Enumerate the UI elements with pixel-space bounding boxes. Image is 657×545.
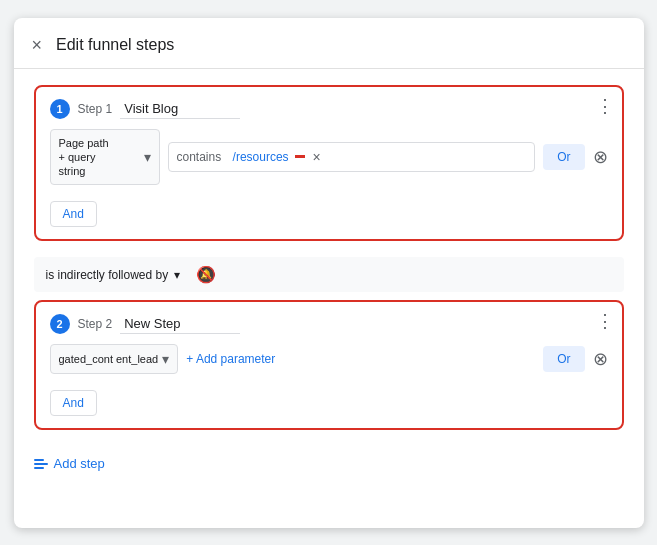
step2-name-input[interactable]	[120, 314, 240, 334]
edit-funnel-dialog: × Edit funnel steps 1 Step 1 Page path +…	[14, 18, 644, 528]
connector-icon: 🔕	[196, 265, 216, 284]
step2-label: Step 2	[78, 317, 113, 331]
add-step-row: Add step	[34, 450, 624, 477]
step1-remove-row-button[interactable]: ⊗	[593, 146, 608, 168]
step1-number: 1	[50, 99, 70, 119]
step1-value: /resources	[233, 150, 289, 164]
step1-condition-value: contains /resources ×	[168, 142, 536, 172]
step1-name-input[interactable]	[120, 99, 240, 119]
step1-and-button[interactable]: And	[50, 201, 97, 227]
step2-param-select[interactable]: gated_cont ent_lead ▾	[50, 344, 179, 374]
step2-and-container: And	[50, 382, 608, 416]
step1-label: Step 1	[78, 102, 113, 116]
step2-or-button[interactable]: Or	[543, 346, 584, 372]
connector-chevron: ▾	[174, 268, 180, 282]
step2-add-param-label: + Add parameter	[186, 352, 275, 366]
step1-or-button[interactable]: Or	[543, 144, 584, 170]
step1-param-chevron: ▾	[144, 149, 151, 165]
step1-operator: contains	[177, 150, 222, 164]
step1-header: 1 Step 1	[50, 99, 608, 119]
dialog-header: × Edit funnel steps	[14, 18, 644, 69]
step2-param-chevron: ▾	[162, 351, 169, 367]
step2-menu-button[interactable]: ⋮	[596, 312, 614, 330]
connector-select[interactable]: is indirectly followed by ▾	[46, 268, 181, 282]
step2-add-param-button[interactable]: + Add parameter	[186, 352, 275, 366]
add-step-label: Add step	[54, 456, 105, 471]
step1-remove-chip-button[interactable]: ×	[313, 149, 321, 165]
step1-red-bar	[295, 155, 305, 158]
step2-card: 2 Step 2 gated_cont ent_lead ▾ + Add par…	[34, 300, 624, 430]
step1-and-container: And	[50, 193, 608, 227]
step1-card: 1 Step 1 Page path + query string ▾ cont…	[34, 85, 624, 242]
step2-and-button[interactable]: And	[50, 390, 97, 416]
step1-condition-row: Page path + query string ▾ contains /res…	[50, 129, 608, 186]
close-button[interactable]: ×	[30, 34, 45, 56]
step2-header: 2 Step 2	[50, 314, 608, 334]
connector-label: is indirectly followed by	[46, 268, 169, 282]
step2-number: 2	[50, 314, 70, 334]
step2-condition-row: gated_cont ent_lead ▾ + Add parameter Or…	[50, 344, 608, 374]
add-step-button[interactable]: Add step	[34, 456, 105, 471]
add-step-icon	[34, 459, 48, 469]
dialog-body: 1 Step 1 Page path + query string ▾ cont…	[14, 69, 644, 528]
step1-menu-button[interactable]: ⋮	[596, 97, 614, 115]
step1-param-text: Page path + query string	[59, 136, 109, 179]
step2-remove-row-button[interactable]: ⊗	[593, 348, 608, 370]
step1-param-select[interactable]: Page path + query string ▾	[50, 129, 160, 186]
step2-param-text: gated_cont ent_lead	[59, 352, 159, 366]
connector-row: is indirectly followed by ▾ 🔕	[34, 257, 624, 292]
dialog-title: Edit funnel steps	[56, 36, 174, 54]
